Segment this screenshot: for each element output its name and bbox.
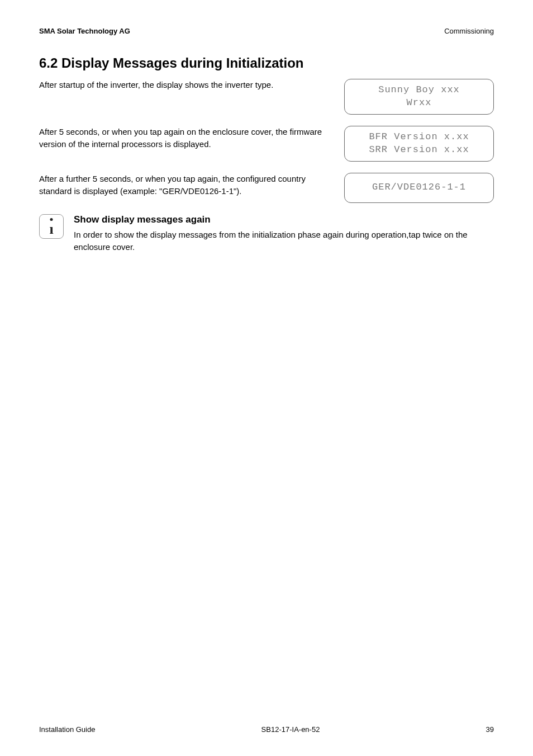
page-header: SMA Solar Technology AG Commissioning	[39, 27, 494, 35]
lcd-1-line-1: Sunny Boy xxx	[378, 84, 460, 97]
info-heading: Show display messages again	[74, 214, 494, 225]
lcd-3-line-1: GER/VDE0126-1-1	[372, 181, 466, 194]
lcd-display-1: Sunny Boy xxx Wrxx	[344, 79, 494, 115]
info-block: ı Show display messages again In order t…	[39, 214, 494, 253]
info-icon-stem: ı	[49, 222, 53, 237]
footer-center: SB12-17-IA-en-52	[261, 725, 320, 734]
info-icon: ı	[39, 214, 64, 239]
row-2: After 5 seconds, or when you tap again o…	[39, 126, 494, 162]
info-body: In order to show the display messages fr…	[74, 229, 494, 253]
header-left: SMA Solar Technology AG	[39, 27, 130, 35]
lcd-1-line-2: Wrxx	[407, 97, 432, 110]
info-icon-dot	[50, 218, 53, 221]
info-content: Show display messages again In order to …	[74, 214, 494, 253]
page-footer: Installation Guide SB12-17-IA-en-52 39	[39, 725, 494, 734]
footer-left: Installation Guide	[39, 725, 95, 734]
header-right: Commissioning	[444, 27, 494, 35]
lcd-display-3: GER/VDE0126-1-1	[344, 173, 494, 203]
content-area: After startup of the inverter, the displ…	[39, 79, 494, 253]
lcd-display-2: BFR Version x.xx SRR Version x.xx	[344, 126, 494, 162]
paragraph-2: After 5 seconds, or when you tap again o…	[39, 126, 333, 150]
section-title: 6.2 Display Messages during Initializati…	[39, 55, 494, 71]
lcd-2-line-1: BFR Version x.xx	[369, 131, 469, 144]
paragraph-3: After a further 5 seconds, or when you t…	[39, 173, 333, 197]
paragraph-1: After startup of the inverter, the displ…	[39, 79, 333, 91]
row-1: After startup of the inverter, the displ…	[39, 79, 494, 115]
footer-right: 39	[486, 725, 494, 734]
lcd-2-line-2: SRR Version x.xx	[369, 144, 469, 157]
row-3: After a further 5 seconds, or when you t…	[39, 173, 494, 203]
